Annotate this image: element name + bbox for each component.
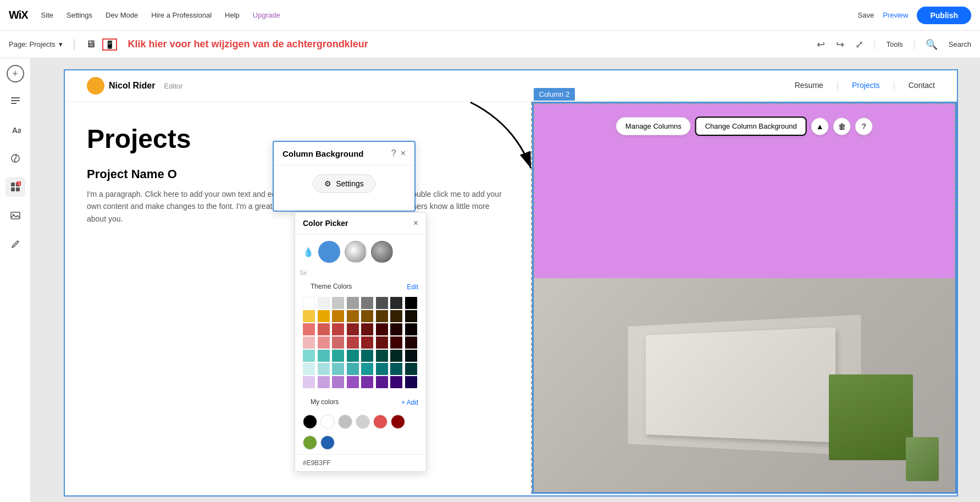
mobile-icon[interactable]: 📱 bbox=[102, 38, 117, 51]
swatch[interactable] bbox=[332, 363, 344, 375]
nav-settings[interactable]: Settings bbox=[67, 11, 92, 19]
swatch[interactable] bbox=[390, 376, 402, 388]
swatch[interactable] bbox=[405, 363, 417, 375]
swatch[interactable] bbox=[361, 363, 373, 375]
sidebar-draw-icon[interactable] bbox=[5, 234, 25, 254]
swatch[interactable] bbox=[361, 336, 373, 349]
swatch[interactable] bbox=[376, 336, 388, 349]
cp-close-button[interactable]: × bbox=[413, 218, 418, 228]
search-icon[interactable]: 🔍 bbox=[926, 38, 938, 51]
panel-help-button[interactable]: ? bbox=[391, 148, 396, 158]
swatch[interactable] bbox=[318, 323, 330, 335]
swatch[interactable] bbox=[405, 350, 417, 362]
swatch[interactable] bbox=[347, 310, 359, 322]
swatch[interactable] bbox=[361, 376, 373, 388]
swatch[interactable] bbox=[303, 376, 315, 388]
swatch[interactable] bbox=[332, 336, 344, 349]
swatch[interactable] bbox=[318, 336, 330, 349]
save-button[interactable]: Save bbox=[858, 11, 874, 19]
swatch[interactable] bbox=[390, 323, 402, 335]
swatch[interactable] bbox=[376, 363, 388, 375]
swatch[interactable] bbox=[347, 376, 359, 388]
my-color[interactable] bbox=[373, 415, 387, 429]
swatch[interactable] bbox=[318, 376, 330, 388]
my-color[interactable] bbox=[356, 415, 370, 429]
swatch[interactable] bbox=[390, 350, 402, 362]
tools-label[interactable]: Tools bbox=[886, 40, 903, 48]
swatch[interactable] bbox=[390, 363, 402, 375]
swatch[interactable] bbox=[347, 336, 359, 349]
swatch[interactable] bbox=[318, 363, 330, 375]
nav-upgrade[interactable]: Upgrade bbox=[253, 11, 280, 19]
swatch[interactable] bbox=[303, 350, 315, 362]
swatch[interactable] bbox=[332, 323, 344, 335]
swatch[interactable] bbox=[332, 376, 344, 388]
swatch[interactable] bbox=[361, 350, 373, 362]
my-color[interactable] bbox=[391, 415, 405, 429]
page-selector[interactable]: Page: Projects ▾ bbox=[9, 40, 63, 48]
swatch[interactable] bbox=[347, 350, 359, 362]
swatch[interactable] bbox=[332, 310, 344, 322]
swatch[interactable] bbox=[303, 297, 315, 309]
my-color[interactable] bbox=[320, 415, 335, 429]
sidebar-theme-icon[interactable] bbox=[5, 148, 25, 168]
nav-devmode[interactable]: Dev Mode bbox=[106, 11, 138, 19]
panel-close-button[interactable]: × bbox=[401, 148, 406, 158]
swatch[interactable] bbox=[303, 363, 315, 375]
nav-resume[interactable]: Resume bbox=[795, 81, 823, 91]
nav-hire[interactable]: Hire a Professional bbox=[151, 11, 212, 19]
swatch[interactable] bbox=[303, 336, 315, 349]
swatch[interactable] bbox=[376, 350, 388, 362]
swatch[interactable] bbox=[332, 297, 344, 309]
my-color[interactable] bbox=[303, 415, 317, 429]
swatch[interactable] bbox=[361, 310, 373, 322]
publish-button[interactable]: Publish bbox=[917, 7, 971, 24]
add-elements-button[interactable]: + bbox=[7, 65, 24, 82]
swatch[interactable] bbox=[303, 310, 315, 322]
swatch[interactable] bbox=[361, 323, 373, 335]
preview-button[interactable]: Preview bbox=[883, 11, 908, 19]
solid-color-option[interactable] bbox=[318, 241, 340, 263]
swatch[interactable] bbox=[405, 310, 417, 322]
swatch[interactable] bbox=[376, 297, 388, 309]
nav-contact[interactable]: Contact bbox=[909, 81, 935, 91]
swatch[interactable] bbox=[376, 376, 388, 388]
swatch[interactable] bbox=[405, 297, 417, 309]
change-column-bg-button[interactable]: Change Column Background bbox=[695, 117, 807, 136]
swatch[interactable] bbox=[405, 376, 417, 388]
swatch[interactable] bbox=[390, 310, 402, 322]
manage-columns-button[interactable]: Manage Columns bbox=[616, 117, 691, 135]
swatch[interactable] bbox=[405, 336, 417, 349]
my-color[interactable] bbox=[338, 415, 352, 429]
gradient2-option[interactable] bbox=[371, 241, 393, 263]
swatch[interactable] bbox=[318, 297, 330, 309]
sidebar-media-icon[interactable] bbox=[5, 206, 25, 225]
swatch[interactable] bbox=[361, 297, 373, 309]
search-label[interactable]: Search bbox=[949, 40, 971, 48]
my-color[interactable] bbox=[320, 435, 335, 450]
redo-icon[interactable]: ↪ bbox=[836, 38, 844, 51]
nav-help[interactable]: Help bbox=[225, 11, 240, 19]
swatch[interactable] bbox=[376, 323, 388, 335]
swatch[interactable] bbox=[347, 323, 359, 335]
swatch[interactable] bbox=[347, 297, 359, 309]
add-color-button[interactable]: + Add bbox=[401, 399, 418, 406]
fullscreen-icon[interactable]: ⤢ bbox=[855, 38, 863, 51]
swatch[interactable] bbox=[347, 363, 359, 375]
my-color[interactable] bbox=[303, 435, 317, 450]
sidebar-pages-icon[interactable] bbox=[5, 91, 25, 111]
swatch[interactable] bbox=[390, 336, 402, 349]
theme-colors-edit-button[interactable]: Edit bbox=[407, 283, 418, 291]
swatch[interactable] bbox=[405, 323, 417, 335]
undo-icon[interactable]: ↩ bbox=[817, 38, 825, 51]
swatch[interactable] bbox=[332, 350, 344, 362]
desktop-icon[interactable]: 🖥 bbox=[86, 38, 96, 50]
delete-icon[interactable]: 🗑 bbox=[833, 118, 851, 135]
help-icon[interactable]: ? bbox=[855, 118, 873, 135]
settings-button[interactable]: ⚙ Settings bbox=[313, 174, 375, 193]
swatch[interactable] bbox=[303, 323, 315, 335]
dropper-icon[interactable]: 💧 bbox=[303, 247, 314, 257]
swatch[interactable] bbox=[376, 310, 388, 322]
gradient1-option[interactable] bbox=[345, 241, 367, 263]
nav-projects[interactable]: Projects bbox=[852, 81, 880, 91]
